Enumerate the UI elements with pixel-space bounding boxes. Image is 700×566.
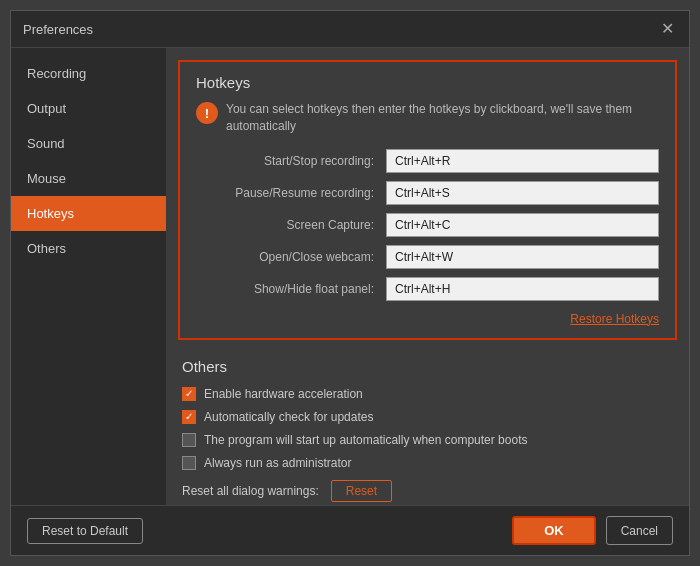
checkbox-row: Always run as administrator <box>182 456 673 470</box>
check-icon: ✓ <box>185 412 193 422</box>
footer-right: OK Cancel <box>512 516 673 545</box>
restore-hotkeys-container: Restore Hotkeys <box>196 311 659 326</box>
sidebar-item-mouse[interactable]: Mouse <box>11 161 166 196</box>
hotkeys-info-box: ! You can select hotkeys then enter the … <box>196 101 659 135</box>
hotkey-input[interactable] <box>386 181 659 205</box>
hotkey-label: Pause/Resume recording: <box>196 186 386 200</box>
cancel-button[interactable]: Cancel <box>606 516 673 545</box>
others-title: Others <box>182 358 673 375</box>
hotkey-input[interactable] <box>386 149 659 173</box>
hotkeys-section: Hotkeys ! You can select hotkeys then en… <box>178 60 677 340</box>
hotkey-label: Open/Close webcam: <box>196 250 386 264</box>
checkbox[interactable] <box>182 456 196 470</box>
checkbox-row: The program will start up automatically … <box>182 433 673 447</box>
hotkeys-title: Hotkeys <box>196 74 659 91</box>
footer: Reset to Default OK Cancel <box>11 505 689 555</box>
sidebar-item-output[interactable]: Output <box>11 91 166 126</box>
hotkey-row: Pause/Resume recording: <box>196 181 659 205</box>
hotkey-label: Screen Capture: <box>196 218 386 232</box>
sidebar-item-hotkeys[interactable]: Hotkeys <box>11 196 166 231</box>
hotkeys-info-text: You can select hotkeys then enter the ho… <box>226 101 659 135</box>
checkbox[interactable] <box>182 433 196 447</box>
reset-default-button[interactable]: Reset to Default <box>27 518 143 544</box>
checkbox-label: The program will start up automatically … <box>204 433 527 447</box>
content-area: Recording Output Sound Mouse Hotkeys Oth… <box>11 48 689 505</box>
checkbox-rows: ✓ Enable hardware acceleration ✓ Automat… <box>182 387 673 470</box>
title-bar: Preferences ✕ <box>11 11 689 48</box>
dialog-title: Preferences <box>23 22 93 37</box>
hotkey-input[interactable] <box>386 245 659 269</box>
main-content: Hotkeys ! You can select hotkeys then en… <box>166 48 689 505</box>
hotkey-row: Open/Close webcam: <box>196 245 659 269</box>
reset-dialog-label: Reset all dialog warnings: <box>182 484 319 498</box>
restore-hotkeys-link[interactable]: Restore Hotkeys <box>570 312 659 326</box>
reset-dialog-row: Reset all dialog warnings: Reset <box>182 480 673 502</box>
hotkey-label: Show/Hide float panel: <box>196 282 386 296</box>
hotkey-input[interactable] <box>386 277 659 301</box>
info-icon: ! <box>196 102 218 124</box>
others-section: Others ✓ Enable hardware acceleration ✓ … <box>166 348 689 505</box>
reset-dialog-button[interactable]: Reset <box>331 480 392 502</box>
preferences-dialog: Preferences ✕ Recording Output Sound Mou… <box>10 10 690 556</box>
hotkey-label: Start/Stop recording: <box>196 154 386 168</box>
sidebar-item-recording[interactable]: Recording <box>11 56 166 91</box>
check-icon: ✓ <box>185 389 193 399</box>
sidebar-item-others[interactable]: Others <box>11 231 166 266</box>
sidebar: Recording Output Sound Mouse Hotkeys Oth… <box>11 48 166 505</box>
checkbox-label: Automatically check for updates <box>204 410 373 424</box>
sidebar-item-sound[interactable]: Sound <box>11 126 166 161</box>
close-button[interactable]: ✕ <box>657 19 677 39</box>
hotkey-row: Screen Capture: <box>196 213 659 237</box>
checkbox-label: Always run as administrator <box>204 456 351 470</box>
checkbox-row: ✓ Enable hardware acceleration <box>182 387 673 401</box>
hotkey-rows: Start/Stop recording: Pause/Resume recor… <box>196 149 659 301</box>
checkbox-label: Enable hardware acceleration <box>204 387 363 401</box>
hotkey-row: Start/Stop recording: <box>196 149 659 173</box>
checkbox[interactable]: ✓ <box>182 410 196 424</box>
hotkey-input[interactable] <box>386 213 659 237</box>
hotkey-row: Show/Hide float panel: <box>196 277 659 301</box>
ok-button[interactable]: OK <box>512 516 596 545</box>
checkbox[interactable]: ✓ <box>182 387 196 401</box>
checkbox-row: ✓ Automatically check for updates <box>182 410 673 424</box>
